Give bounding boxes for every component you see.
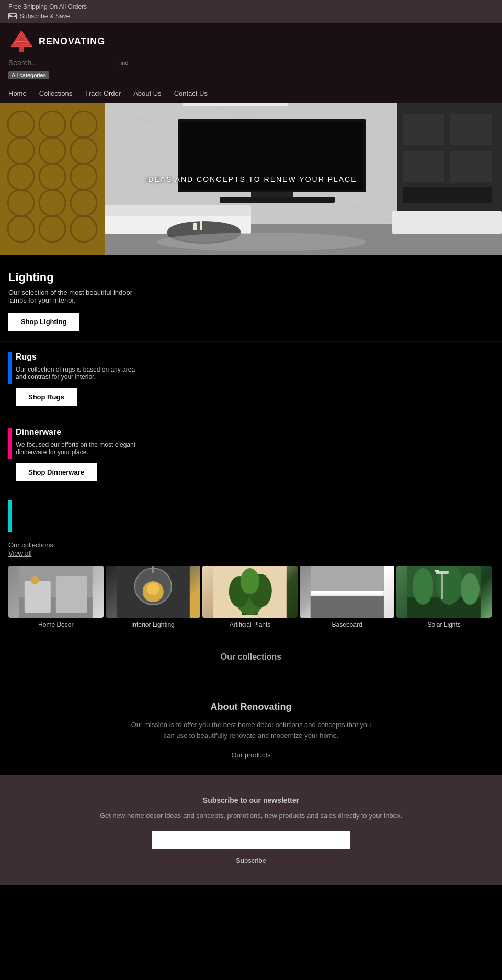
collection-img-interior-lighting: [106, 566, 201, 618]
svg-point-61: [241, 568, 259, 594]
svg-rect-49: [56, 576, 87, 613]
svg-rect-30: [450, 151, 492, 182]
dinnerware-heading: Dinnerware: [16, 428, 494, 437]
rugs-heading: Rugs: [16, 352, 494, 362]
logo-area: RENOVATING: [8, 28, 494, 54]
color-bar-cyan: [8, 500, 12, 532]
subscribe-button[interactable]: Subscribe: [236, 857, 266, 864]
top-bar: Free Shipping On All Orders Subscribe & …: [0, 0, 502, 23]
lighting-section: Lighting Our selection of the most beaut…: [0, 255, 502, 341]
svg-rect-55: [152, 566, 154, 573]
collections-header: Our collections View all: [0, 532, 502, 561]
svg-rect-27: [403, 114, 444, 145]
collection-img-solar-lights: [396, 566, 492, 618]
nav-track-order[interactable]: Track Order: [85, 89, 121, 97]
newsletter-desc: Get new home decor ideas and concepts, p…: [8, 811, 494, 821]
about-heading: About Renovating: [8, 701, 494, 712]
collections-grid: Home Decor Interior Lighting Ar: [0, 561, 502, 637]
nav-about[interactable]: About Us: [133, 89, 161, 97]
svg-rect-7: [0, 103, 105, 255]
collection-label-solar-lights: Solar Lights: [396, 621, 492, 628]
svg-point-45: [157, 233, 366, 251]
newsletter-heading: Subscribe to our newsletter: [8, 796, 494, 804]
search-input[interactable]: [8, 59, 113, 67]
extra-bar-section: [0, 492, 502, 532]
svg-point-69: [413, 568, 433, 605]
svg-rect-64: [311, 591, 384, 595]
svg-point-54: [146, 583, 159, 595]
svg-point-71: [461, 573, 480, 605]
subscribe-row: Subscribe & Save: [8, 13, 494, 20]
header: RENOVATING Find All categories: [0, 23, 502, 85]
dinnerware-text-block: Dinnerware We focused our efforts on the…: [16, 428, 494, 481]
svg-rect-44: [183, 103, 288, 106]
footer: Subscribe to our newsletter Get new home…: [0, 775, 502, 886]
svg-rect-48: [25, 581, 51, 613]
about-desc: Our mission is to offer you the best hom…: [126, 720, 376, 742]
svg-rect-42: [200, 221, 202, 230]
main-nav: Home Collections Track Order About Us Co…: [0, 85, 502, 103]
category-row: All categories: [8, 71, 494, 79]
rugs-section: Rugs Our collection of rugs is based on …: [0, 341, 502, 417]
category-badge[interactable]: All categories: [8, 71, 49, 79]
nav-home[interactable]: Home: [8, 89, 27, 97]
svg-rect-38: [105, 205, 251, 216]
svg-rect-36: [220, 197, 335, 203]
svg-rect-31: [403, 187, 492, 203]
collection-img-home-decor: [8, 566, 104, 618]
lighting-desc: Our selection of the most beautiful indo…: [8, 289, 150, 304]
collection-img-baseboard: [300, 566, 395, 618]
collection-img-artificial-plants: [202, 566, 298, 618]
dinnerware-section: Dinnerware We focused our efforts on the…: [0, 417, 502, 492]
rugs-text-block: Rugs Our collection of rugs is based on …: [16, 352, 494, 406]
rugs-desc: Our collection of rugs is based on any a…: [16, 366, 146, 381]
our-collections-heading: Our collections: [8, 652, 494, 662]
search-hint: Find: [117, 60, 128, 66]
collection-item-home-decor[interactable]: Home Decor: [8, 566, 104, 628]
lighting-heading: Lighting: [8, 271, 494, 284]
collection-item-interior-lighting[interactable]: Interior Lighting: [106, 566, 201, 628]
shop-lighting-button[interactable]: Shop Lighting: [8, 313, 79, 331]
search-row: Find: [8, 59, 494, 67]
nav-contact[interactable]: Contact Us: [174, 89, 208, 97]
svg-rect-29: [403, 151, 444, 182]
collection-item-baseboard[interactable]: Baseboard: [300, 566, 395, 628]
newsletter-email-input[interactable]: [152, 831, 350, 849]
collection-item-solar-lights[interactable]: Solar Lights: [396, 566, 492, 628]
hero-tagline: IDEAS AND CONCEPTS TO RENEW YOUR PLACE: [145, 175, 357, 183]
collection-label-interior-lighting: Interior Lighting: [106, 621, 201, 628]
color-bar-pink: [8, 428, 12, 459]
svg-rect-66: [311, 566, 384, 591]
view-all-link[interactable]: View all: [8, 549, 494, 557]
shipping-text: Free Shipping On All Orders: [8, 3, 494, 10]
svg-rect-74: [435, 570, 439, 572]
nav-collections[interactable]: Collections: [39, 89, 73, 97]
collection-label-artificial-plants: Artificial Plants: [202, 621, 298, 628]
collection-label-baseboard: Baseboard: [300, 621, 395, 628]
shop-rugs-button[interactable]: Shop Rugs: [16, 388, 77, 406]
our-products-link[interactable]: Our products: [231, 751, 270, 759]
hero-section: IDEAS AND CONCEPTS TO RENEW YOUR PLACE: [0, 103, 502, 255]
email-icon: [8, 13, 17, 19]
svg-rect-43: [392, 211, 502, 234]
logo-text: RENOVATING: [39, 36, 105, 47]
svg-rect-41: [193, 223, 197, 230]
color-bar-blue: [8, 352, 12, 384]
logo-icon: [8, 28, 35, 54]
svg-rect-2: [19, 47, 24, 52]
svg-rect-28: [450, 114, 492, 145]
collection-label-home-decor: Home Decor: [8, 621, 104, 628]
collections-label: Our collections: [8, 541, 53, 549]
shop-dinnerware-button[interactable]: Shop Dinnerware: [16, 463, 97, 481]
our-collections-section: Our collections: [0, 637, 502, 686]
svg-point-50: [31, 576, 39, 584]
svg-rect-72: [441, 571, 443, 599]
collection-item-artificial-plants[interactable]: Artificial Plants: [202, 566, 298, 628]
subscribe-text: Subscribe & Save: [20, 13, 70, 20]
svg-rect-65: [311, 594, 384, 596]
about-section: About Renovating Our mission is to offer…: [0, 686, 502, 775]
dinnerware-desc: We focused our efforts on the most elega…: [16, 441, 146, 456]
